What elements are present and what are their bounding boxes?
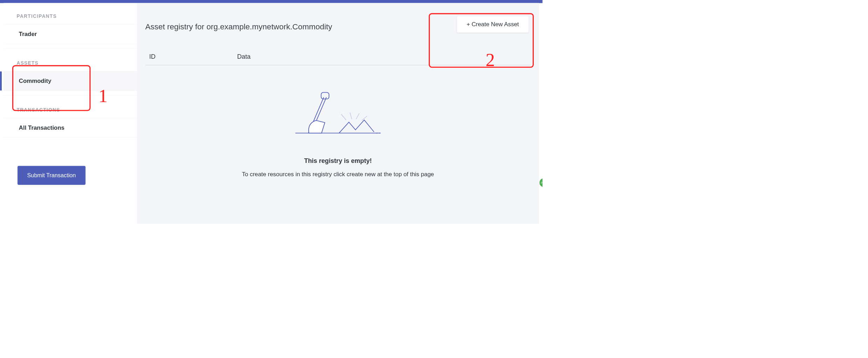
sidebar-item-all-transactions[interactable]: All Transactions — [4, 118, 137, 138]
badge-text: 24 — [541, 181, 542, 184]
sidebar-actions: Submit Transaction — [4, 142, 137, 185]
sidebar-item-label: Trader — [19, 31, 37, 37]
shovel-icon — [295, 92, 381, 137]
svg-line-5 — [341, 114, 346, 120]
top-bar — [0, 0, 542, 3]
svg-rect-3 — [321, 92, 329, 99]
sidebar-item-label: Commodity — [19, 78, 51, 84]
sidebar: PARTICIPANTS Trader ASSETS Commodity TRA… — [4, 3, 137, 224]
column-data: Data — [237, 53, 531, 60]
sidebar-section-assets: ASSETS — [4, 48, 137, 71]
sidebar-item-label: All Transactions — [19, 124, 64, 131]
button-label: + Create New Asset — [467, 21, 519, 28]
floating-badge[interactable]: 24 — [539, 178, 542, 187]
table-header: ID Data — [145, 53, 531, 65]
sidebar-item-commodity[interactable]: Commodity — [4, 71, 137, 91]
submit-transaction-button[interactable]: Submit Transaction — [18, 166, 85, 185]
column-id: ID — [145, 53, 237, 60]
sidebar-section-transactions: TRANSACTIONS — [4, 95, 137, 118]
app-content: PARTICIPANTS Trader ASSETS Commodity TRA… — [4, 3, 539, 224]
empty-state-title: This registry is empty! — [145, 157, 531, 164]
empty-state-illustration — [145, 92, 531, 137]
sidebar-section-participants: PARTICIPANTS — [4, 3, 137, 24]
svg-line-7 — [356, 113, 359, 119]
sidebar-item-trader[interactable]: Trader — [4, 24, 137, 44]
create-new-asset-button[interactable]: + Create New Asset — [457, 16, 528, 33]
main-panel: Asset registry for org.example.mynetwork… — [137, 3, 539, 224]
empty-state-subtitle: To create resources in this registry cli… — [233, 170, 443, 178]
button-label: Submit Transaction — [27, 172, 76, 179]
svg-line-6 — [350, 113, 352, 119]
